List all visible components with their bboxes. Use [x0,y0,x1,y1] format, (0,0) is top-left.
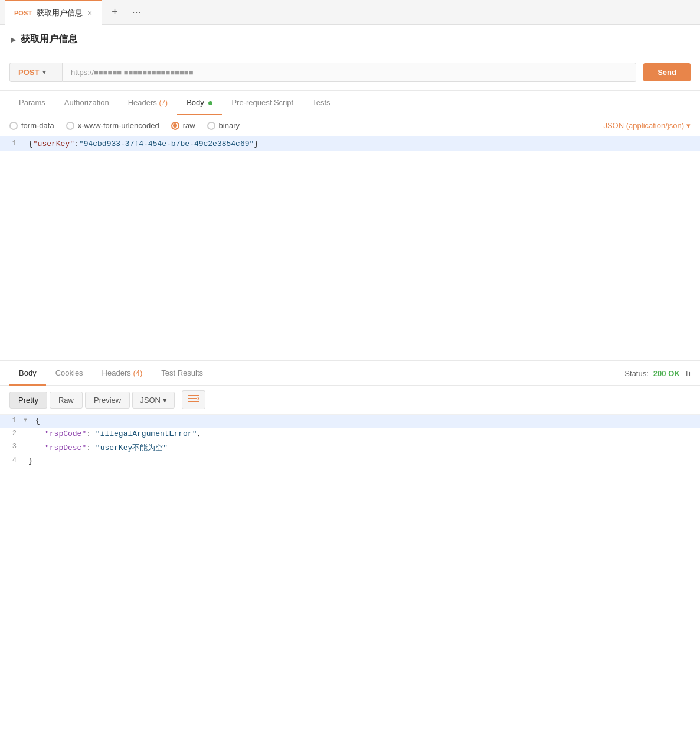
tab-pre-request[interactable]: Pre-request Script [222,91,303,115]
line-number-1: 1 [0,139,24,148]
tab-tests[interactable]: Tests [303,91,339,115]
resp-line-content-4: } [24,455,700,467]
resp-line-num-2: 2 [0,428,24,438]
send-button[interactable]: Send [643,63,691,81]
json-open-brace: { [28,139,33,148]
json-type-selector[interactable]: JSON (application/json) ▾ [603,121,691,130]
response-section: Body Cookies Headers (4) Test Results St… [0,361,700,468]
tab-params[interactable]: Params [9,91,55,115]
method-chevron-icon: ▾ [42,69,46,76]
resp-line-num-3: 3 [0,441,24,451]
raw-option[interactable]: raw [171,121,195,130]
binary-radio[interactable] [207,122,215,130]
resp-line-3: 3 "rspDesc": "userKey不能为空" [0,441,700,455]
page-title: 获取用户信息 [21,33,77,45]
headers-badge: (7) [159,99,168,107]
x-www-radio[interactable] [66,122,74,130]
resp-line-2: 2 "rspCode": "illegalArgumentError", [0,428,700,441]
url-bar: POST ▾ Send [0,54,700,91]
response-tabs-bar: Body Cookies Headers (4) Test Results St… [0,361,700,386]
resp-tab-test-results[interactable]: Test Results [152,361,212,386]
add-tab-button[interactable]: + [107,4,123,21]
line-content-1: {"userKey":"94cbd933-37f4-454e-b7be-49c2… [24,137,700,151]
method-select[interactable]: POST ▾ [9,63,63,82]
binary-option[interactable]: binary [207,121,240,130]
raw-button[interactable]: Raw [50,392,83,409]
tab-title-text: 获取用户信息 [37,8,83,18]
x-www-form-urlencoded-option[interactable]: x-www-form-urlencoded [66,121,159,130]
form-data-radio[interactable] [9,122,18,130]
resp-line-content-3: "rspDesc": "userKey不能为空" [24,441,700,454]
code-empty-area[interactable] [0,151,700,351]
status-area: Status: 200 OK Ti [624,369,691,378]
resp-line-num-4: 4 [0,455,24,465]
resp-line-4: 4 } [0,455,700,468]
tab-close-icon[interactable]: × [87,8,92,18]
form-data-option[interactable]: form-data [9,121,54,130]
tab-authorization[interactable]: Authorization [55,91,119,115]
status-value: 200 OK [653,369,680,378]
tab-headers[interactable]: Headers (7) [119,91,177,115]
json-value-userKey: "94cbd933-37f4-454e-b7be-49c2e3854c69" [79,139,254,148]
raw-radio-inner [173,123,177,128]
resp-tab-headers[interactable]: Headers (4) [93,361,152,386]
raw-radio[interactable] [171,122,179,130]
code-editor[interactable]: 1 {"userKey":"94cbd933-37f4-454e-b7be-49… [0,136,700,361]
json-type-chevron-icon: ▾ [686,121,691,130]
body-active-dot [208,101,212,105]
method-badge: POST [14,9,32,17]
fold-icon-1[interactable]: ▼ [24,417,27,423]
request-tabs: Params Authorization Headers (7) Body Pr… [0,91,700,115]
time-label: Ti [685,369,691,378]
wrap-button[interactable] [182,390,205,409]
format-chevron-icon: ▾ [163,396,167,405]
request-tab[interactable]: POST 获取用户信息 × [5,0,102,25]
resp-line-content-1: { [31,415,700,426]
preview-button[interactable]: Preview [85,392,130,409]
title-arrow-icon[interactable]: ▶ [11,35,16,44]
resp-line-content-2: "rspCode": "illegalArgumentError", [24,428,700,439]
resp-line-1: 1 ▼ { [0,415,700,428]
tab-body[interactable]: Body [177,91,222,115]
format-type-selector[interactable]: JSON ▾ [132,392,175,409]
pretty-button[interactable]: Pretty [9,392,47,409]
resp-line-num-1: 1 [0,415,24,425]
more-options-button[interactable]: ··· [127,4,146,21]
response-code: 1 ▼ { 2 "rspCode": "illegalArgumentError… [0,415,700,468]
response-format-bar: Pretty Raw Preview JSON ▾ [0,386,700,415]
method-label: POST [18,68,39,77]
url-input[interactable] [63,63,636,82]
resp-tab-cookies[interactable]: Cookies [46,361,93,386]
resp-headers-badge: (4) [133,369,142,377]
tab-actions: + ··· [107,4,146,21]
status-label: Status: [624,369,648,378]
json-key-userKey: "userKey" [33,139,74,148]
page-title-bar: ▶ 获取用户信息 [0,25,700,54]
code-line-1: 1 {"userKey":"94cbd933-37f4-454e-b7be-49… [0,136,700,151]
body-options: form-data x-www-form-urlencoded raw bina… [0,115,700,136]
tab-bar: POST 获取用户信息 × + ··· [0,0,700,25]
resp-tab-body[interactable]: Body [9,361,46,386]
